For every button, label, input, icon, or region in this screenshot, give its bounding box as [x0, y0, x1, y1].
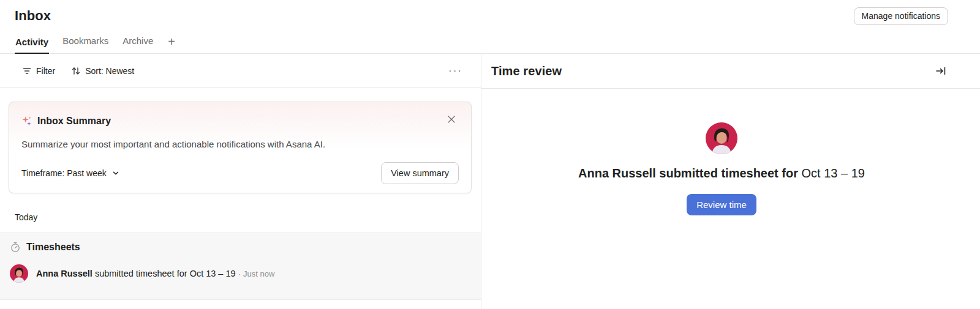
summary-card-title: Inbox Summary	[37, 114, 111, 128]
more-options-button[interactable]: ···	[443, 65, 467, 77]
time-review-header: Time review	[481, 54, 980, 89]
headline-actor: Anna Russell	[578, 166, 656, 180]
collapse-panel-button[interactable]	[933, 64, 948, 78]
filter-label: Filter	[36, 66, 55, 76]
filter-icon	[22, 66, 32, 76]
filter-button[interactable]: Filter	[17, 62, 60, 80]
chevron-down-icon	[112, 169, 119, 177]
sort-label: Sort: Newest	[85, 66, 134, 76]
sort-arrows-icon	[71, 66, 81, 76]
sort-button[interactable]: Sort: Newest	[66, 62, 139, 80]
notification-timestamp: Just now	[243, 269, 274, 278]
close-summary-card-button[interactable]	[445, 113, 458, 125]
avatar	[10, 264, 28, 283]
inbox-tabs: Activity Bookmarks Archive +	[0, 35, 191, 54]
summary-card-description: Summarize your most important and action…	[21, 139, 459, 150]
timeframe-label: Timeframe: Past week	[21, 168, 107, 178]
review-time-button[interactable]: Review time	[687, 194, 756, 215]
activity-feed-panel: Filter Sort: Newest ···	[0, 54, 481, 309]
view-summary-button[interactable]: View summary	[381, 162, 459, 184]
notification-text: Anna Russell submitted timesheet for Oct…	[36, 269, 274, 279]
avatar	[706, 122, 737, 154]
notification-group-title: Timesheets	[26, 242, 80, 253]
feed-toolbar: Filter Sort: Newest ···	[0, 54, 481, 88]
asana-ai-sparkle-icon	[21, 116, 32, 127]
date-group-label: Today	[15, 212, 481, 222]
notification-actor: Anna Russell	[36, 269, 92, 278]
close-icon	[447, 114, 456, 124]
notification-group-timesheets[interactable]: Timesheets Anna Russell submitted times	[0, 233, 481, 300]
headline-action: submitted timesheet for	[659, 166, 798, 180]
panel-title: Time review	[491, 64, 562, 78]
collapse-right-icon	[935, 65, 947, 77]
notification-row[interactable]: Anna Russell submitted timesheet for Oct…	[10, 264, 471, 283]
notification-separator: ·	[238, 269, 241, 278]
feed-scroll-area: Inbox Summary Summarize your most import…	[0, 88, 481, 300]
inbox-header: Inbox Manage notifications Activity Book…	[0, 0, 980, 54]
stopwatch-icon	[10, 242, 21, 253]
inbox-summary-card: Inbox Summary Summarize your most import…	[9, 102, 472, 193]
add-tab-button[interactable]: +	[167, 35, 176, 54]
timeframe-dropdown[interactable]: Timeframe: Past week	[18, 165, 123, 182]
time-review-panel: Time review Anna Russell s	[481, 54, 980, 309]
notification-action: submitted timesheet for Oct 13 – 19	[95, 269, 236, 278]
tab-archive[interactable]: Archive	[122, 35, 154, 54]
page-title: Inbox	[15, 7, 51, 24]
manage-notifications-button[interactable]: Manage notifications	[854, 7, 948, 25]
time-review-headline: Anna Russell submitted timesheet for Oct…	[578, 165, 865, 181]
time-review-body: Anna Russell submitted timesheet for Oct…	[481, 89, 980, 215]
headline-period: Oct 13 – 19	[802, 166, 865, 180]
tab-bookmarks[interactable]: Bookmarks	[62, 35, 109, 54]
tab-activity[interactable]: Activity	[15, 37, 49, 54]
